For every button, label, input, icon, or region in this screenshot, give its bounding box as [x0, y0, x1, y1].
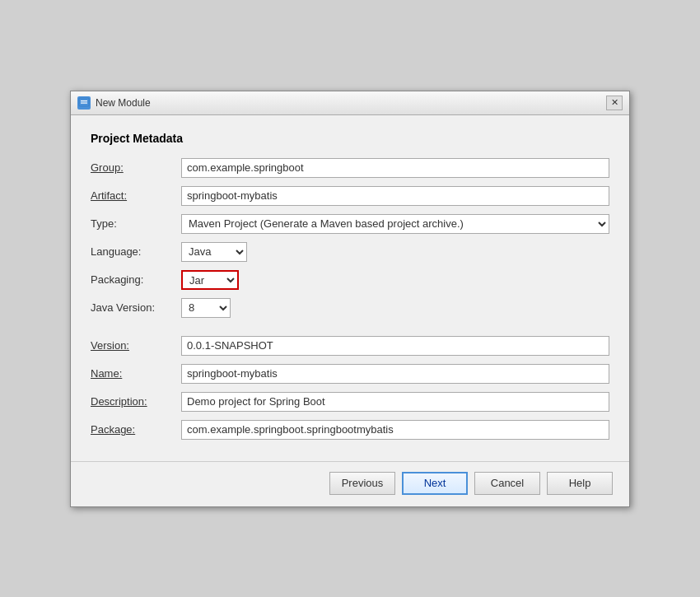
artifact-input[interactable] — [181, 186, 609, 206]
language-label: Language: — [91, 245, 181, 258]
packaging-wrapper: Jar War — [181, 270, 239, 290]
type-label: Type: — [91, 217, 181, 230]
cancel-button[interactable]: Cancel — [474, 472, 540, 495]
java-version-label: Java Version: — [91, 301, 181, 314]
description-input[interactable] — [181, 392, 609, 412]
description-row: Description: — [91, 392, 609, 412]
dialog-title: New Module — [96, 97, 151, 109]
package-row: Package: — [91, 420, 609, 440]
type-row: Type: Maven Project (Generate a Maven ba… — [91, 214, 609, 234]
version-label: Version: — [91, 339, 181, 352]
group-label: Group: — [91, 161, 181, 174]
type-select[interactable]: Maven Project (Generate a Maven based pr… — [181, 214, 609, 234]
svg-rect-2 — [81, 102, 87, 103]
java-version-select[interactable]: 8 11 17 — [181, 298, 231, 318]
version-input[interactable] — [181, 336, 609, 356]
dialog-icon — [77, 96, 91, 110]
group-row: Group: — [91, 158, 609, 178]
svg-rect-0 — [79, 98, 89, 106]
name-input[interactable] — [181, 364, 609, 384]
language-row: Language: Java Kotlin Groovy — [91, 242, 609, 262]
packaging-row: Packaging: Jar War — [91, 270, 609, 290]
package-label: Package: — [91, 423, 181, 436]
close-button[interactable]: ✕ — [606, 96, 623, 110]
previous-button[interactable]: Previous — [329, 472, 395, 495]
svg-rect-1 — [81, 100, 87, 101]
version-row: Version: — [91, 336, 609, 356]
artifact-row: Artifact: — [91, 186, 609, 206]
next-button[interactable]: Next — [402, 472, 468, 495]
title-bar: New Module ✕ — [71, 91, 629, 115]
package-input[interactable] — [181, 420, 609, 440]
dialog-body: Project Metadata Group: Artifact: Type: … — [71, 115, 629, 461]
help-button[interactable]: Help — [547, 472, 613, 495]
title-bar-left: New Module — [77, 96, 151, 110]
section-title: Project Metadata — [91, 132, 609, 145]
new-module-dialog: New Module ✕ Project Metadata Group: Art… — [70, 91, 630, 507]
artifact-label: Artifact: — [91, 189, 181, 202]
name-label: Name: — [91, 367, 181, 380]
name-row: Name: — [91, 364, 609, 384]
language-select[interactable]: Java Kotlin Groovy — [181, 242, 247, 262]
dialog-footer: Previous Next Cancel Help — [71, 461, 629, 506]
java-version-row: Java Version: 8 11 17 — [91, 298, 609, 318]
packaging-select[interactable]: Jar War — [181, 270, 239, 290]
group-input[interactable] — [181, 158, 609, 178]
title-bar-controls: ✕ — [606, 96, 623, 110]
packaging-label: Packaging: — [91, 273, 181, 286]
description-label: Description: — [91, 395, 181, 408]
